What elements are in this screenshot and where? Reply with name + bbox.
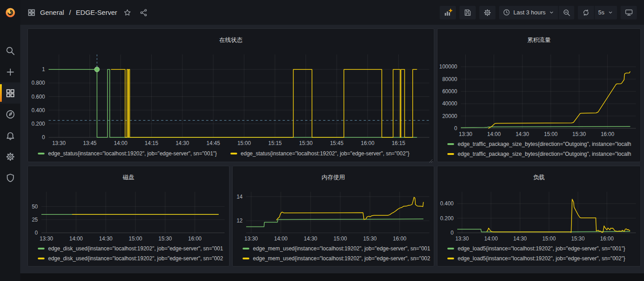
panel-load: 负载 00.2000.40013:3014:0014:3015:0015:301… — [437, 166, 641, 267]
share-icon[interactable] — [140, 9, 148, 17]
grafana-flame-icon — [4, 6, 17, 19]
disk-chart[interactable]: 0255013:3014:0014:3015:0015:3016:00 — [28, 188, 229, 243]
sidebar-item-explore[interactable] — [0, 104, 20, 125]
sidebar-item-dashboards[interactable] — [0, 82, 20, 104]
svg-text:14:30: 14:30 — [99, 236, 113, 242]
svg-text:80000: 80000 — [442, 76, 458, 82]
svg-text:0.800: 0.800 — [32, 80, 45, 86]
sidebar-item-search[interactable] — [0, 40, 20, 61]
refresh-button[interactable] — [578, 6, 594, 19]
svg-text:50: 50 — [32, 203, 38, 209]
svg-text:60000: 60000 — [442, 88, 458, 95]
svg-text:100000: 100000 — [439, 63, 457, 70]
legend-item[interactable]: edge_traffic_package_size_bytes{directio… — [447, 149, 639, 159]
svg-text:25: 25 — [32, 216, 38, 222]
sidebar-nav — [0, 40, 20, 188]
legend-item[interactable]: edge_disk_used{instance="localhost:19202… — [38, 254, 227, 263]
legend-item[interactable]: edge_status{instance="localhost:19202", … — [230, 150, 410, 157]
series-color-swatch — [243, 258, 249, 259]
add-panel-icon — [443, 8, 452, 17]
save-dashboard-button[interactable] — [459, 6, 476, 19]
svg-text:1: 1 — [42, 66, 45, 73]
legend-item[interactable]: edge_traffic_package_size_bytes{directio… — [447, 139, 639, 149]
monitor-icon — [625, 8, 633, 17]
legend-item[interactable]: edge_disk_used{instance="localhost:19202… — [38, 244, 227, 254]
chevron-down-icon — [549, 9, 554, 15]
svg-text:15:15: 15:15 — [268, 140, 282, 146]
legend-item[interactable]: edge_load5{instance="localhost:19202", j… — [447, 254, 639, 263]
time-picker-group: Last 3 hours — [499, 6, 575, 19]
sidebar-item-create[interactable] — [0, 61, 20, 82]
svg-text:15:45: 15:45 — [330, 140, 343, 146]
svg-text:0.200: 0.200 — [32, 120, 45, 127]
sidebar — [0, 0, 20, 281]
legend-item[interactable]: edge_mem_used{instance="localhost:19202"… — [243, 254, 432, 263]
legend-label: edge_status{instance="localhost:19202", … — [48, 150, 217, 157]
time-range-picker[interactable]: Last 3 hours — [499, 6, 558, 19]
svg-text:16:00: 16:00 — [393, 236, 406, 242]
cumulative-traffic-chart[interactable]: 02000040000600008000010000013:3014:0014:… — [437, 51, 640, 138]
panel-title[interactable]: 在线状态 — [28, 34, 434, 46]
sidebar-item-server-admin[interactable] — [0, 167, 20, 188]
svg-text:15:00: 15:00 — [333, 236, 347, 242]
legend-label: edge_load5{instance="localhost:19202", j… — [458, 245, 625, 252]
svg-text:14:00: 14:00 — [114, 140, 127, 146]
grafana-logo[interactable] — [0, 0, 20, 25]
shield-icon — [5, 173, 15, 183]
legend-label: edge_mem_used{instance="localhost:19202"… — [253, 245, 430, 252]
svg-text:15:00: 15:00 — [544, 131, 558, 137]
svg-text:14:00: 14:00 — [274, 236, 288, 242]
breadcrumb: General / EDGE-Server — [27, 9, 148, 17]
breadcrumb-dashboard[interactable]: EDGE-Server — [76, 9, 117, 16]
panel-title[interactable]: 内存使用 — [233, 171, 434, 183]
zoom-out-time-button[interactable] — [558, 6, 574, 19]
cycle-view-mode-button[interactable] — [621, 6, 637, 19]
refresh-icon — [582, 9, 590, 17]
sidebar-item-configuration[interactable] — [0, 146, 20, 167]
legend: edge_mem_used{instance="localhost:19202"… — [233, 243, 434, 266]
svg-text:0: 0 — [450, 230, 454, 236]
legend: edge_status{instance="localhost:19202", … — [28, 147, 434, 162]
legend-item[interactable]: edge_mem_used{instance="localhost:19202"… — [243, 244, 432, 254]
clock-icon — [503, 9, 510, 16]
svg-text:40000: 40000 — [442, 100, 458, 107]
series-color-swatch — [447, 153, 454, 155]
svg-text:14:45: 14:45 — [207, 140, 220, 146]
panel-resize-handle[interactable] — [429, 157, 433, 161]
online-status-chart[interactable]: 00.2000.4000.6000.800113:3013:4514:0014:… — [28, 51, 434, 147]
legend-item[interactable]: edge_load5{instance="localhost:19202", j… — [447, 244, 639, 254]
memory-chart[interactable]: 121413:3014:0014:3015:0015:3016:00 — [233, 188, 434, 243]
panel-title[interactable]: 负载 — [437, 171, 640, 183]
panel-title[interactable]: 磁盘 — [28, 171, 229, 183]
svg-text:16:00: 16:00 — [188, 236, 202, 242]
legend-item[interactable]: edge_status{instance="localhost:19202", … — [38, 150, 217, 157]
zoom-out-icon — [563, 9, 571, 17]
star-icon[interactable] — [123, 9, 131, 17]
svg-text:16:15: 16:15 — [392, 140, 405, 146]
panel-disk: 磁盘 0255013:3014:0014:3015:0015:3016:00 e… — [27, 166, 230, 267]
load-chart[interactable]: 00.2000.40013:3014:0014:3015:0015:3016:0… — [437, 188, 640, 243]
refresh-interval-picker[interactable]: 5s — [594, 6, 617, 19]
legend-label: edge_traffic_package_size_bytes{directio… — [458, 151, 631, 157]
svg-text:0.400: 0.400 — [32, 107, 45, 113]
svg-text:15:30: 15:30 — [158, 236, 172, 242]
chevron-down-icon — [608, 9, 613, 15]
topbar: General / EDGE-Server — [20, 0, 644, 25]
dashboard-settings-button[interactable] — [479, 6, 495, 19]
panel-title[interactable]: 累积流量 — [437, 34, 640, 46]
bell-icon — [5, 131, 15, 140]
svg-text:14:30: 14:30 — [516, 131, 529, 137]
legend-label: edge_status{instance="localhost:19202", … — [241, 150, 410, 157]
dashboard-canvas: 在线状态 00.2000.4000.6000.800113:3013:4514:… — [20, 25, 644, 273]
svg-text:14:00: 14:00 — [69, 236, 83, 242]
svg-text:13:30: 13:30 — [52, 140, 66, 146]
svg-text:13:45: 13:45 — [83, 140, 96, 146]
save-icon — [464, 9, 472, 17]
add-panel-button[interactable] — [440, 6, 456, 19]
svg-text:15:00: 15:00 — [129, 236, 142, 242]
svg-text:0: 0 — [42, 134, 45, 140]
svg-text:14:30: 14:30 — [513, 236, 527, 242]
series-color-swatch — [447, 258, 454, 259]
breadcrumb-folder[interactable]: General — [40, 9, 64, 16]
sidebar-item-alerting[interactable] — [0, 125, 20, 146]
